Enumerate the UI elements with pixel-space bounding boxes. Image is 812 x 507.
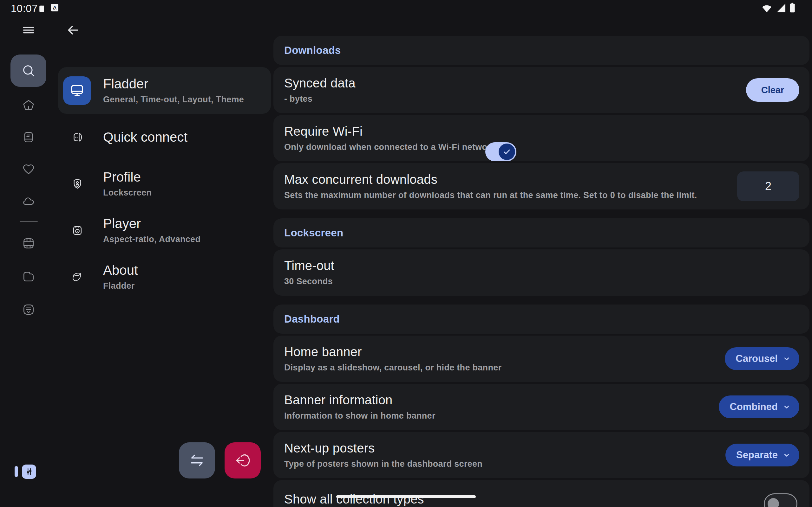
sidebar-item-sync[interactable] xyxy=(21,193,36,208)
switch-user-button[interactable] xyxy=(179,442,215,478)
row-title: Home banner xyxy=(284,345,502,359)
section-header-label: Downloads xyxy=(284,44,341,56)
toggle-thumb xyxy=(768,498,779,507)
next-up-posters-dropdown[interactable]: Separate xyxy=(725,444,799,466)
settings-nav: Fladder General, Time-out, Layout, Theme… xyxy=(58,67,271,300)
fladder-logo-icon xyxy=(71,270,84,284)
row-title: Banner information xyxy=(284,393,436,407)
settings-nav-item-fladder[interactable]: Fladder General, Time-out, Layout, Theme xyxy=(58,67,271,114)
setting-row-time-out[interactable]: Time-out 30 Seconds xyxy=(273,249,809,296)
setting-row-require-wifi[interactable]: Require Wi-Fi Only download when connect… xyxy=(273,115,809,161)
row-title: Require Wi-Fi xyxy=(284,124,496,138)
logout-button[interactable] xyxy=(224,442,261,478)
row-subtitle: 30 Seconds xyxy=(284,277,334,286)
collections-icon xyxy=(21,302,36,317)
toggle-thumb xyxy=(499,144,515,160)
row-subtitle: Sets the maximum number of downloads tha… xyxy=(284,190,697,200)
sd-card-icon xyxy=(37,3,45,12)
row-title: Synced data xyxy=(284,76,356,90)
nav-item-title: Player xyxy=(103,216,200,231)
status-time: 10:07 xyxy=(11,3,38,14)
rail-divider xyxy=(20,221,38,222)
search-icon xyxy=(20,63,37,78)
sidebar-item-media[interactable] xyxy=(21,236,36,250)
heart-icon xyxy=(21,162,36,176)
nav-item-subtitle: General, Time-out, Layout, Theme xyxy=(103,95,244,105)
nav-item-subtitle: Lockscreen xyxy=(103,188,152,198)
require-wifi-toggle[interactable] xyxy=(485,142,516,161)
section-header: Dashboard xyxy=(273,304,809,334)
sidebar-item-search[interactable] xyxy=(10,55,46,87)
chevron-down-icon xyxy=(782,402,791,411)
screen: 10:07 A xyxy=(0,0,812,507)
nav-item-title: Fladder xyxy=(103,76,244,92)
chevron-down-icon xyxy=(782,354,791,363)
cloud-icon xyxy=(21,193,36,208)
gesture-navigation-pill[interactable] xyxy=(336,495,476,498)
dropdown-value: Combined xyxy=(729,401,778,412)
section-header: Downloads xyxy=(273,36,809,65)
row-title: Show all collection types xyxy=(284,492,424,506)
row-title: Time-out xyxy=(284,259,334,273)
setting-row-synced-data[interactable]: Synced data - bytes Clear xyxy=(273,67,809,113)
logout-icon xyxy=(234,452,252,469)
nav-item-title: About xyxy=(103,263,138,278)
nav-item-title: Profile xyxy=(103,170,152,185)
settings-content: Downloads Synced data - bytes Clear Requ… xyxy=(273,36,809,507)
display-icon xyxy=(63,76,91,105)
sidebar-item-home[interactable] xyxy=(21,99,36,112)
max-concurrent-value-field[interactable]: 2 xyxy=(737,171,799,201)
sidebar-item-library[interactable] xyxy=(21,130,36,144)
library-icon xyxy=(21,130,36,144)
row-title: Max concurrent downloads xyxy=(284,172,697,187)
settings-nav-item-profile[interactable]: Profile Lockscreen xyxy=(58,160,271,207)
home-banner-dropdown[interactable]: Carousel xyxy=(725,347,799,370)
dropdown-value: Separate xyxy=(736,449,778,461)
chevron-down-icon xyxy=(782,451,791,459)
sidebar-item-favorites[interactable] xyxy=(21,162,36,176)
section-lockscreen: Lockscreen Time-out 30 Seconds xyxy=(273,218,809,296)
show-all-collection-types-toggle[interactable] xyxy=(764,493,798,507)
menu-button[interactable] xyxy=(20,23,37,38)
hamburger-icon xyxy=(20,23,37,37)
settings-nav-item-quick-connect[interactable]: Quick connect xyxy=(58,114,271,160)
back-button[interactable] xyxy=(65,23,81,38)
clear-button[interactable]: Clear xyxy=(746,78,799,102)
film-icon xyxy=(21,236,36,250)
battery-icon xyxy=(789,3,796,13)
banner-information-dropdown[interactable]: Combined xyxy=(719,395,799,418)
sidebar-item-collections[interactable] xyxy=(21,302,36,317)
check-icon xyxy=(502,147,512,157)
setting-row-show-all-collection-types[interactable]: Show all collection types xyxy=(273,480,809,507)
row-title: Next-up posters xyxy=(284,441,483,455)
row-subtitle: Only download when connected to a Wi-Fi … xyxy=(284,142,496,152)
keyboard-a-icon: A xyxy=(51,4,58,11)
section-header-label: Dashboard xyxy=(284,313,340,325)
section-header-label: Lockscreen xyxy=(284,227,343,239)
dropdown-value: Carousel xyxy=(735,353,778,364)
row-subtitle: Display as a slideshow, carousel, or hid… xyxy=(284,363,502,373)
sidebar-item-folders[interactable] xyxy=(21,269,36,283)
settings-nav-item-player[interactable]: Player Aspect-ratio, Advanced xyxy=(58,207,271,253)
section-dashboard: Dashboard Home banner Display as a slide… xyxy=(273,304,809,507)
home-icon xyxy=(21,99,36,112)
arrow-left-icon xyxy=(66,23,80,37)
setting-row-banner-information[interactable]: Banner information Information to show i… xyxy=(273,384,809,430)
nav-item-subtitle: Fladder xyxy=(103,281,138,291)
nav-item-subtitle: Aspect-ratio, Advanced xyxy=(103,234,200,244)
row-subtitle: Type of posters shown in the dashboard s… xyxy=(284,459,483,469)
row-subtitle: Information to show in home banner xyxy=(284,411,436,421)
setting-row-next-up-posters[interactable]: Next-up posters Type of posters shown in… xyxy=(273,432,809,478)
nav-item-title: Quick connect xyxy=(103,130,188,145)
wifi-icon xyxy=(761,3,773,13)
sliders-icon xyxy=(24,467,34,477)
settings-active-indicator xyxy=(14,466,18,477)
row-subtitle: - bytes xyxy=(284,94,356,104)
player-icon xyxy=(71,224,84,237)
section-downloads: Downloads Synced data - bytes Clear Requ… xyxy=(273,36,809,210)
setting-row-home-banner[interactable]: Home banner Display as a slideshow, caro… xyxy=(273,336,809,382)
setting-row-max-concurrent-downloads[interactable]: Max concurrent downloads Sets the maximu… xyxy=(273,163,809,210)
sidebar-item-settings[interactable] xyxy=(22,464,36,479)
quick-connect-icon xyxy=(71,130,84,144)
settings-nav-item-about[interactable]: About Fladder xyxy=(58,253,271,300)
